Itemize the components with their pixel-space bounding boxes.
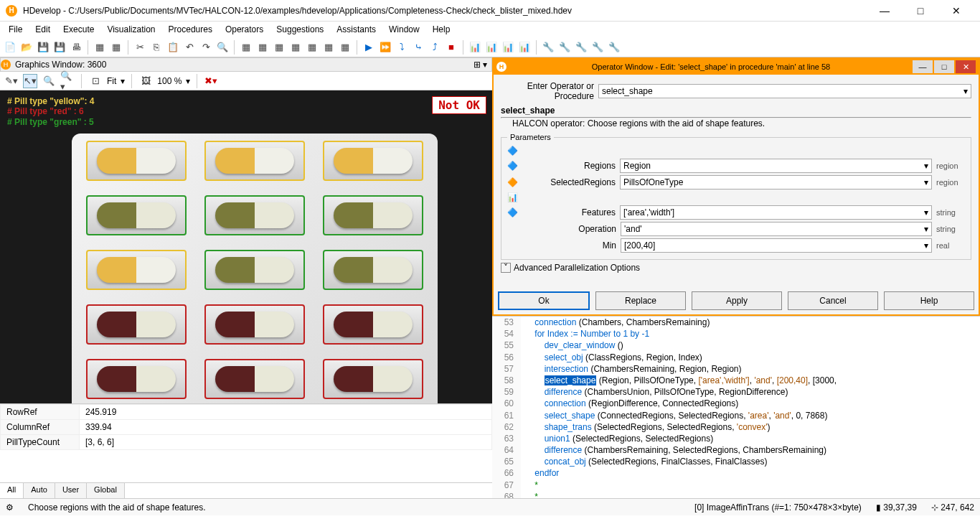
menu-window[interactable]: Window [383,23,425,36]
t1-icon[interactable]: ▦ [93,40,107,55]
titlebar: H HDevelop - C:/Users/Public/Documents/M… [0,0,980,22]
var-row: PillTypeCount[3, 6, 6] [1,435,492,450]
replace-button[interactable]: Replace [595,291,686,310]
run-icon[interactable]: ▶ [362,40,376,55]
new-icon[interactable]: 📄 [3,40,17,55]
maximize-button[interactable]: □ [910,5,931,17]
window-title: HDevelop - C:/Users/Public/Documents/MVT… [23,6,874,16]
op-min-button[interactable]: — [913,60,933,73]
a8-icon[interactable]: 🔧 [590,40,605,55]
op-enter-combo[interactable]: select_shape▾ [598,84,971,98]
operator-titlebar: H Operator Window - Edit: 'select_shape'… [494,59,979,75]
op-max-button[interactable]: □ [934,60,954,73]
gw-dock-icon[interactable]: ⊞ ▾ [473,60,491,70]
a5-icon[interactable]: 🔧 [541,40,555,55]
a7-icon[interactable]: 🔧 [574,40,588,55]
menu-procedures[interactable]: Procedures [163,23,218,36]
statusbar: ⚙ Choose regions with the aid of shape f… [0,498,980,515]
a3-icon[interactable]: 📊 [501,40,515,55]
gw-pen-icon[interactable]: ✎▾ [4,74,19,88]
a2-icon[interactable]: 📊 [484,40,499,55]
gw-img-icon[interactable]: 🖼 [138,74,153,88]
t3-icon[interactable]: ▦ [239,40,253,55]
op-params-label: Parameters [507,133,554,141]
app-icon: H [6,5,17,17]
op-icon: H [496,62,507,72]
vartab-all[interactable]: All [0,483,24,498]
stop-icon[interactable]: ■ [444,40,458,55]
redo-icon[interactable]: ↷ [199,40,213,55]
find-icon[interactable]: 🔍 [215,40,230,55]
menu-help[interactable]: Help [427,23,456,36]
stepout-icon[interactable]: ⤴ [428,40,442,55]
variable-tabs: All Auto User Global [0,482,492,498]
menu-file[interactable]: File [3,23,28,36]
param-min[interactable]: [200,40]▾ [621,238,932,253]
a1-icon[interactable]: 📊 [468,40,482,55]
saveall-icon[interactable]: 💾 [52,40,67,55]
status-not-ok: Not OK [432,96,486,114]
t7-icon[interactable]: ▦ [305,40,319,55]
vartab-user[interactable]: User [55,483,87,498]
paste-icon[interactable]: 📋 [166,40,180,55]
menu-edit[interactable]: Edit [29,23,56,36]
status-hint: Choose regions with the aid of shape fea… [28,502,206,513]
gw-zoom2-icon[interactable]: 🔍▾ [60,74,75,88]
a6-icon[interactable]: 🔧 [557,40,572,55]
status-image: [0] ImageAffinTrans (#=1: 750×478×3×byte… [694,502,862,513]
adv-toggle[interactable]: ˅ [501,263,511,273]
gw-pointer-icon[interactable]: ↖▾ [23,74,37,88]
t9-icon[interactable]: ▦ [338,40,352,55]
cancel-button[interactable]: Cancel [788,291,878,310]
vartab-auto[interactable]: Auto [24,483,55,498]
t8-icon[interactable]: ▦ [321,40,336,55]
menu-operators[interactable]: Operators [220,23,269,36]
t2-icon[interactable]: ▦ [109,40,123,55]
param-selectedregions[interactable]: PillsOfOneType▾ [620,175,932,190]
graphics-window[interactable]: Not OK # Pill type "yellow": 4 # Pill ty… [0,90,492,403]
t4-icon[interactable]: ▦ [255,40,270,55]
t5-icon[interactable]: ▦ [272,40,286,55]
apply-button[interactable]: Apply [692,291,782,310]
code-editor[interactable]: 53 connection (Chambers, ChambersRemaini… [492,316,980,498]
gw-clear-icon[interactable]: ✖▾ [204,74,218,88]
gw-zoom-icon[interactable]: 🔍 [42,74,56,88]
ok-button[interactable]: Ok [498,291,590,310]
op-desc: HALCON operator: Choose regions with the… [501,118,971,128]
step-icon[interactable]: ⏩ [378,40,392,55]
help-button[interactable]: Help [884,291,974,310]
param-operation[interactable]: 'and'▾ [621,222,932,236]
param-regions[interactable]: Region▾ [620,159,932,173]
menu-suggestions[interactable]: Suggestions [270,23,329,36]
variable-inspector[interactable]: RowRef245.919 ColumnRef339.94 PillTypeCo… [0,403,492,482]
vartab-global[interactable]: Global [87,483,125,498]
operator-window: H Operator Window - Edit: 'select_shape'… [492,57,980,316]
t6-icon[interactable]: ▦ [288,40,303,55]
op-close-button[interactable]: ✕ [956,60,976,73]
save-icon[interactable]: 💾 [36,40,50,55]
menu-execute[interactable]: Execute [57,23,100,36]
main-toolbar: 📄 📂 💾 💾 🖶 ▦ ▦ ✂ ⎘ 📋 ↶ ↷ 🔍 ▦ ▦ ▦ ▦ ▦ ▦ ▦ … [0,37,980,57]
op-name: select_shape [501,106,555,116]
gw-fit-label[interactable]: Fit [107,76,116,86]
minimize-button[interactable]: — [874,5,895,17]
status-rgb: ▮ 39,37,39 [876,502,917,513]
open-icon[interactable]: 📂 [19,40,34,55]
blister-pack [72,134,438,403]
menu-assistants[interactable]: Assistants [331,23,382,36]
gw-fit-icon[interactable]: ⊡ [88,74,103,88]
a9-icon[interactable]: 🔧 [607,40,621,55]
menu-visualization[interactable]: Visualization [101,23,161,36]
a4-icon[interactable]: 📊 [517,40,532,55]
print-icon[interactable]: 🖶 [69,40,83,55]
undo-icon[interactable]: ↶ [182,40,197,55]
gw-zoom-label[interactable]: 100 % [157,76,182,86]
cut-icon[interactable]: ✂ [133,40,147,55]
stepin-icon[interactable]: ⤷ [411,40,425,55]
copy-icon[interactable]: ⎘ [149,40,164,55]
status-xy: ⊹ 247, 642 [931,502,974,513]
pill-counts: # Pill type "yellow": 4 # Pill type "red… [7,96,94,127]
param-features[interactable]: ['area','width']▾ [620,205,932,220]
close-button[interactable]: ✕ [946,5,967,17]
stepover-icon[interactable]: ⤵ [395,40,409,55]
